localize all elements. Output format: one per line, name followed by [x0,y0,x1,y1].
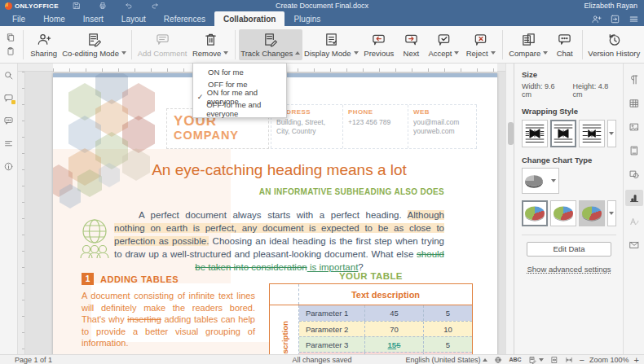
coediting-icon [86,32,102,47]
language-selector[interactable]: English (United States) [405,356,487,364]
wrap-gallery-expand-button[interactable] [607,120,616,147]
search-icon[interactable] [3,70,14,81]
navigation-icon[interactable] [3,138,14,149]
compare-button[interactable]: Compare [506,29,551,60]
wrap-style-tight-option[interactable] [579,120,605,147]
table-row[interactable]: Parameter 1455 [299,305,472,321]
table-row[interactable]: Parameter 27010 [299,321,472,336]
chart-style-3-option[interactable] [579,200,605,226]
collaboration-toolbar: Sharing Co-editing Mode Add Comment Remo… [0,26,644,64]
track-changes-menu: ON for meOFF for me✓ON for me and everyo… [192,63,287,118]
tab-file[interactable]: File [3,11,34,26]
page-indicator[interactable]: Page 1 of 1 [15,356,52,364]
image-settings-icon[interactable] [625,119,643,135]
chat-panel-icon[interactable] [3,116,14,126]
toolbar-divider [582,30,583,59]
chart-settings-icon[interactable] [625,190,643,206]
tab-plugins[interactable]: Plugins [285,11,329,26]
chart-style-gallery-expand-button[interactable] [607,200,616,226]
track-changes-status-icon[interactable] [528,356,544,364]
table-row[interactable]: Parameter 31555 [299,336,472,352]
toolbar-divider [235,30,236,59]
section-number-badge: 1 [82,273,94,285]
zoom-in-button[interactable]: + [634,355,639,364]
set-language-icon[interactable] [494,356,502,364]
menu-item-off-for-me-and-everyone[interactable]: OFF for me and everyone [193,103,286,115]
chart-style-1-option[interactable] [522,200,548,226]
menu-icon[interactable] [629,14,639,24]
globe-people-illustration [76,217,113,259]
user-name: Elizabeth Rayan [584,2,637,10]
vertical-scrollbar[interactable] [505,64,514,354]
fit-page-icon[interactable] [550,356,558,364]
sharing-icon [36,32,51,47]
show-advanced-settings-link[interactable]: Show advanced settings [522,265,616,274]
tab-layout[interactable]: Layout [112,11,155,26]
edit-data-button[interactable]: Edit Data [527,242,611,257]
app-name: ONLYOFFICE [15,2,59,10]
textart-settings-icon[interactable] [625,213,643,230]
pie-chart-type-icon [525,175,543,186]
accept-button[interactable]: Accept [425,29,462,60]
display-mode-button[interactable]: Display Mode [302,29,361,60]
section-paragraph[interactable]: A document consisting of infinite text l… [82,290,255,349]
previous-change-button[interactable]: Previous [360,29,397,60]
change-chart-type-title: Change Chart Type [522,156,616,164]
table-title[interactable]: YOUR TABLE [269,271,473,281]
mail-merge-icon[interactable] [625,237,643,253]
vertical-ruler[interactable] [18,72,25,354]
manage-access-icon[interactable] [591,14,602,24]
chart-type-dropdown[interactable] [522,168,559,194]
save-icon[interactable] [68,1,85,11]
contact-info-table[interactable]: ADDRESSBuilding, Street,City, CountryPHO… [271,104,477,149]
track-changes-button[interactable]: Track Changes [239,29,302,60]
paragraph-settings-icon[interactable] [625,72,643,88]
reject-button[interactable]: Reject [462,29,498,60]
copy-button[interactable] [4,32,17,43]
tab-home[interactable]: Home [34,11,74,26]
tab-insert[interactable]: Insert [74,11,112,26]
app-logo: ONLYOFFICE [0,2,64,10]
chart-settings-panel: Size Width: 9.6 cm Height: 4.8 cm Wrappi… [514,64,623,354]
about-icon[interactable] [3,161,14,172]
chart-style-2-option[interactable] [550,200,576,226]
section-title[interactable]: ADDING TABLES [100,274,179,284]
paste-button[interactable] [4,46,17,57]
remove-button[interactable]: Remove [189,29,232,60]
table-settings-icon[interactable] [625,95,643,112]
remove-icon [203,32,218,47]
coediting-mode-button[interactable]: Co-editing Mode [60,29,128,60]
parameters-table[interactable]: Text description Text description Parame… [269,283,473,354]
comments-icon[interactable] [3,93,14,103]
undo-icon[interactable] [121,1,137,11]
reject-icon [473,32,488,47]
document-subheading[interactable]: AN INFORMATIVE SUBHEADING ALSO DOES [114,187,444,196]
chat-button[interactable]: Chat [551,29,579,60]
toolbar-divider [502,30,503,59]
tab-collaboration[interactable]: Collaboration [214,11,285,26]
headers-footers-settings-icon[interactable] [625,143,643,159]
onlyoffice-logo-icon [5,2,12,10]
menu-item-on-for-me[interactable]: ON for me [193,66,286,78]
wrap-style-inline-option[interactable] [522,120,548,147]
redo-icon[interactable] [147,1,163,11]
save-copy-icon[interactable] [610,14,620,24]
shape-settings-icon[interactable] [625,166,643,182]
left-sidebar [0,64,18,354]
version-history-button[interactable]: Version History [586,29,642,60]
document-heading[interactable]: An eye-catching heading means a lot [114,161,444,179]
scrollbar-thumb[interactable] [508,122,514,145]
spellcheck-icon[interactable]: ABC [509,357,521,362]
zoom-out-button[interactable]: − [580,355,584,364]
table-header-cell[interactable]: Text description [299,284,472,305]
body-paragraph[interactable]: A perfect document always starts with a … [114,208,444,274]
tab-references[interactable]: References [155,11,214,26]
sharing-button[interactable]: Sharing [27,29,60,60]
zoom-level[interactable]: Zoom 100% [589,356,629,364]
fit-width-icon[interactable] [565,356,573,364]
next-change-button[interactable]: Next [397,29,425,60]
wrap-style-square-option[interactable] [550,120,576,147]
add-comment-button[interactable]: Add Comment [135,29,189,60]
print-icon[interactable] [95,1,111,11]
title-bar: ONLYOFFICE Create Document Final.docx El… [0,0,644,11]
